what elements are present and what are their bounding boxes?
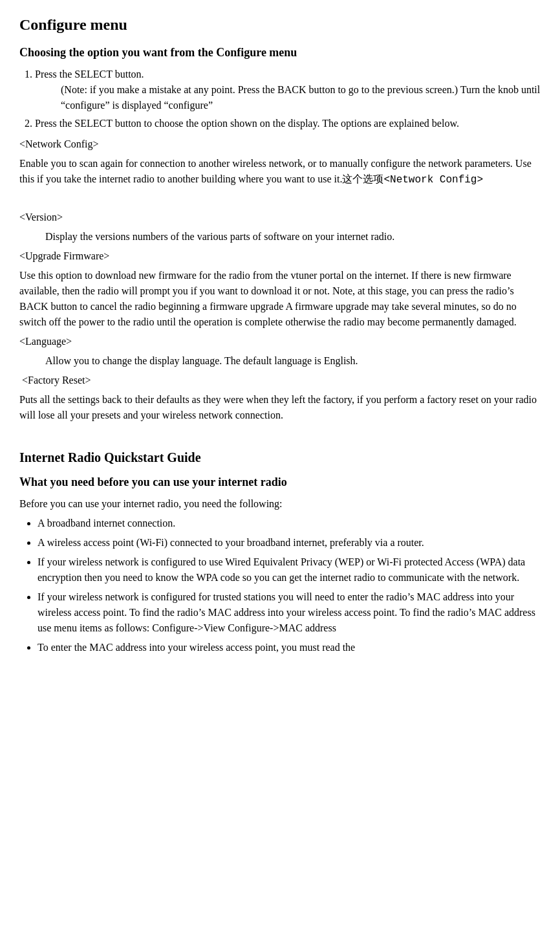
- requirement-5: To enter the MAC address into your wirel…: [38, 640, 541, 655]
- step1-main: Press the SELECT button.: [35, 69, 144, 80]
- requirement-3: If your wireless network is configured t…: [38, 554, 541, 585]
- network-config-chinese: 这个选项: [342, 173, 383, 184]
- version-label: <Version>: [19, 210, 541, 225]
- spacer2: [19, 201, 541, 210]
- requirement-4: If your wireless network is configured f…: [38, 589, 541, 636]
- upgrade-label: <Upgrade Firmware>: [19, 248, 541, 264]
- step2-main: Press the SELECT button to choose the op…: [35, 118, 459, 129]
- factory-label-text: <Factory Reset>: [22, 375, 91, 386]
- steps-list: Press the SELECT button. (Note: if you m…: [35, 67, 541, 131]
- step-2: Press the SELECT button to choose the op…: [35, 116, 541, 131]
- factory-desc: Puts all the settings back to their defa…: [19, 392, 541, 423]
- requirement-2: A wireless access point (Wi-Fi) connecte…: [38, 535, 541, 551]
- section3-heading: What you need before you can use your in…: [19, 474, 541, 491]
- step-1: Press the SELECT button. (Note: if you m…: [35, 67, 541, 113]
- step1-note: (Note: if you make a mistake at any poin…: [61, 82, 541, 113]
- language-desc: Allow you to change the display language…: [45, 353, 541, 369]
- network-config-label: <Network Config>: [19, 137, 541, 152]
- requirement-1: A broadband internet connection.: [38, 516, 541, 531]
- language-label: <Language>: [19, 334, 541, 349]
- spacer3: [19, 427, 541, 436]
- version-desc: Display the versions numbers of the vari…: [45, 229, 541, 245]
- spacer1: [19, 191, 541, 201]
- upgrade-desc: Use this option to download new firmware…: [19, 268, 541, 330]
- section1-heading: Choosing the option you want from the Co…: [19, 44, 541, 61]
- factory-label: <Factory Reset>: [19, 373, 541, 388]
- network-config-mono: <Network Config>: [383, 174, 483, 186]
- page-heading: Configure menu: [19, 13, 541, 36]
- upgrade-label-text: <Upgrade Firmware>: [19, 250, 109, 261]
- heading2: Internet Radio Quickstart Guide: [19, 448, 541, 467]
- section3-intro: Before you can use your internet radio, …: [19, 496, 541, 512]
- network-config-desc: Enable you to scan again for connection …: [19, 156, 541, 188]
- requirements-list: A broadband internet connection. A wirel…: [38, 516, 541, 655]
